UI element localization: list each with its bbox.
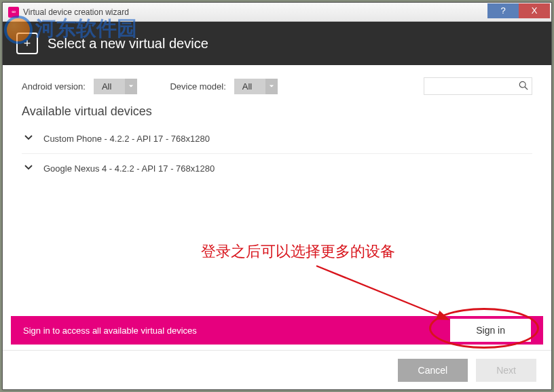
device-model-label: Device model: [170, 81, 225, 92]
device-label: Custom Phone - 4.2.2 - API 17 - 768x1280 [43, 134, 210, 144]
titlebar: ∞ Virtual device creation wizard ? X [3, 3, 551, 22]
window-buttons: ? X [487, 6, 550, 18]
search-icon[interactable] [519, 81, 528, 93]
android-version-value: All [94, 79, 125, 94]
device-list-item[interactable]: Google Nexus 4 - 4.2.2 - API 17 - 768x12… [22, 153, 532, 183]
available-devices-heading: Available virtual devices [3, 95, 551, 124]
device-list: Custom Phone - 4.2.2 - API 17 - 768x1280… [3, 124, 551, 183]
search-input[interactable] [424, 77, 532, 95]
dropdown-arrow-icon [125, 79, 137, 94]
next-button: Next [476, 359, 536, 382]
svg-line-1 [525, 87, 528, 90]
dialog-window: ∞ Virtual device creation wizard ? X + S… [2, 2, 552, 390]
filter-bar: Android version: All Device model: All [3, 65, 551, 95]
chevron-down-icon [24, 163, 33, 174]
button-bar: Cancel Next [3, 350, 551, 389]
signin-text: Sign in to access all available virtual … [23, 326, 197, 336]
dropdown-arrow-icon [265, 79, 278, 94]
android-version-label: Android version: [22, 81, 86, 92]
cancel-button[interactable]: Cancel [398, 359, 468, 382]
window-title: Virtual device creation wizard [23, 7, 487, 17]
wizard-header: + Select a new virtual device [3, 22, 551, 65]
android-version-dropdown[interactable]: All [94, 79, 137, 94]
device-list-item[interactable]: Custom Phone - 4.2.2 - API 17 - 768x1280 [22, 124, 532, 153]
app-icon: ∞ [8, 7, 19, 18]
search-box [424, 77, 532, 95]
device-label: Google Nexus 4 - 4.2.2 - API 17 - 768x12… [43, 163, 215, 174]
plus-icon: + [16, 33, 38, 54]
close-button[interactable]: X [519, 3, 550, 18]
device-model-dropdown[interactable]: All [234, 79, 278, 94]
signin-bar: Sign in to access all available virtual … [11, 316, 543, 345]
help-button[interactable]: ? [487, 3, 519, 18]
wizard-title: Select a new virtual device [48, 36, 208, 52]
signin-button[interactable]: Sign in [450, 319, 531, 342]
svg-point-0 [519, 81, 525, 87]
chevron-down-icon [24, 134, 33, 144]
device-model-value: All [234, 79, 265, 94]
